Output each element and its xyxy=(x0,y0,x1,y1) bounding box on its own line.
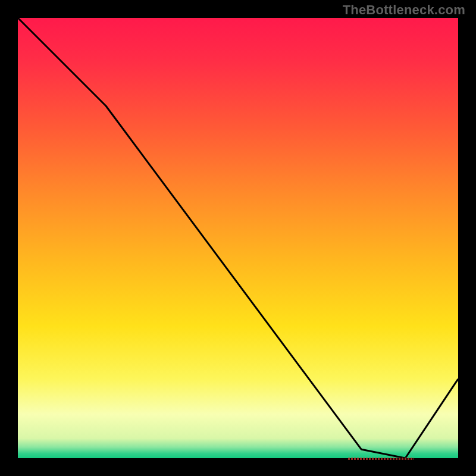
chart-container: TheBottleneck.com xyxy=(0,0,476,476)
attribution-text: TheBottleneck.com xyxy=(343,2,465,18)
bottleneck-chart xyxy=(0,0,476,476)
